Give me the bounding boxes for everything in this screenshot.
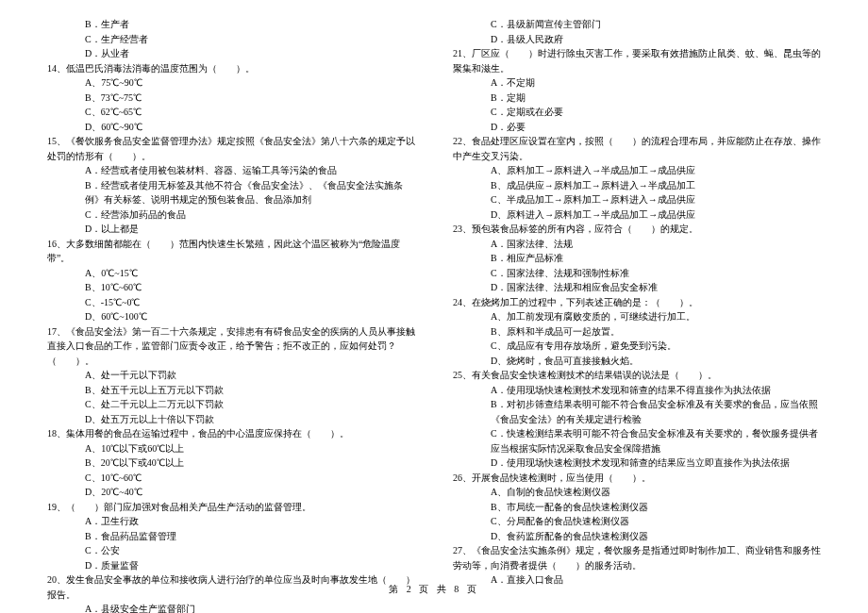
option-line: D．县级人民政府 (453, 32, 821, 47)
option-line: C、分局配备的食品快速检测仪器 (453, 514, 821, 529)
option-line: A．使用现场快速检测技术发现和筛查的结果不得直接作为执法依据 (453, 383, 821, 398)
option-line: B、成品供应→原料加工→原料进入→半成品加工 (453, 178, 821, 193)
option-line: C．生产经营者 (47, 32, 415, 47)
option-line: C．国家法律、法规和强制性标准 (453, 266, 821, 281)
question-line: 19、（ ）部门应加强对食品相关产品生产活动的监督管理。 (47, 500, 415, 515)
question-line: 26、开展食品快速检测时，应当使用（ ）。 (453, 471, 821, 486)
option-line: C．县级新闻宣传主管部门 (453, 17, 821, 32)
option-line: C．公安 (47, 543, 415, 558)
option-line: A．国家法律、法规 (453, 237, 821, 252)
option-line: A、处一千元以下罚款 (47, 368, 415, 383)
option-line: B、市局统一配备的食品快速检测仪器 (453, 500, 821, 515)
option-line: B、10℃~60℃ (47, 280, 415, 295)
option-line: D、20℃~40℃ (47, 485, 415, 500)
question-line: 21、厂区应（ ）时进行除虫灭害工作，要采取有效措施防止鼠类、蚊、蝇、昆虫等的聚… (453, 46, 821, 75)
option-line: D、原料进入→原料加工→半成品加工→成品供应 (453, 207, 821, 223)
option-line: D、60℃~90℃ (47, 120, 415, 135)
option-line: A、10℃以下或60℃以上 (47, 441, 415, 456)
option-line: A、自制的食品快速检测仪器 (453, 485, 821, 500)
option-line: D．从业者 (47, 46, 415, 61)
option-line: B．对初步筛查结果表明可能不符合食品安全标准及有关要求的食品，应当依照《食品安全… (453, 397, 821, 426)
question-line: 23、预包装食品标签的所有内容，应符合（ ）的规定。 (453, 222, 821, 237)
left-column: B．生产者C．生产经营者D．从业者14、低温巴氏消毒法消毒的温度范围为（ ）。A… (47, 17, 415, 613)
option-line: C．快速检测结果表明可能不符合食品安全标准及有关要求的，餐饮服务提供者应当根据实… (453, 426, 821, 456)
option-line: A、0℃~15℃ (47, 266, 415, 281)
option-line: A．不定期 (453, 75, 821, 91)
option-line: C．定期或在必要 (453, 105, 821, 120)
question-line: 16、大多数细菌都能在（ ）范围内快速生长繁殖，因此这个温区被称为“危险温度带”… (47, 237, 415, 266)
option-line: D、60℃~100℃ (47, 309, 415, 324)
option-line: B、73℃~75℃ (47, 91, 415, 106)
question-line: 24、在烧烤加工的过程中，下列表述正确的是：（ ）。 (453, 295, 821, 310)
option-line: B．食品药品监督管理 (47, 529, 415, 544)
question-line: 25、有关食品安全快速检测技术的结果错误的说法是（ ）。 (453, 368, 821, 383)
option-line: A、原料加工→原料进入→半成品加工→成品供应 (453, 163, 821, 178)
option-line: B．定期 (453, 91, 821, 106)
option-line: C、10℃~60℃ (47, 471, 415, 486)
option-line: D、处五万元以上十倍以下罚款 (47, 412, 415, 427)
question-line: 27、《食品安全法实施条例》规定，餐饮服务是指通过即时制作加工、商业销售和服务性… (453, 543, 821, 572)
option-line: B、20℃以下或40℃以上 (47, 456, 415, 471)
option-line: D．以上都是 (47, 222, 415, 237)
option-line: C、处二千元以上二万元以下罚款 (47, 397, 415, 412)
option-line: D、食药监所配备的食品快速检测仪器 (453, 529, 821, 544)
option-line: B、原料和半成品可一起放置。 (453, 324, 821, 340)
question-line: 22、食品处理区应设置在室内，按照（ ）的流程合理布局，并应能防止在存放、操作中… (453, 134, 821, 163)
option-line: A、加工前发现有腐败变质的，可继续进行加工。 (453, 309, 821, 324)
option-line: C、半成品加工→原料加工→原料进入→成品供应 (453, 192, 821, 207)
option-line: D．必要 (453, 120, 821, 135)
option-line: C、成品应有专用存放场所，避免受到污染。 (453, 339, 821, 354)
option-line: D．使用现场快速检测技术发现和筛查的结果应当立即直接作为执法依据 (453, 456, 821, 471)
question-line: 14、低温巴氏消毒法消毒的温度范围为（ ）。 (47, 61, 415, 76)
option-line: A．经营或者使用被包装材料、容器、运输工具等污染的食品 (47, 163, 415, 178)
option-line: A．卫生行政 (47, 514, 415, 529)
option-line: C、-15℃~0℃ (47, 295, 415, 310)
right-column: C．县级新闻宣传主管部门D．县级人民政府21、厂区应（ ）时进行除虫灭害工作，要… (453, 17, 821, 613)
page-columns: B．生产者C．生产经营者D．从业者14、低温巴氏消毒法消毒的温度范围为（ ）。A… (47, 17, 821, 613)
option-line: D．国家法律、法规和相应食品安全标准 (453, 280, 821, 295)
option-line: D．质量监督 (47, 558, 415, 573)
option-line: B、处五千元以上五万元以下罚款 (47, 383, 415, 398)
option-line: B．生产者 (47, 17, 415, 32)
page-footer: 第 2 页 共 8 页 (0, 582, 868, 597)
option-line: A．县级安全生产监督部门 (47, 602, 415, 613)
question-line: 15、《餐饮服务食品安全监督管理办法》规定按照《食品安全法》第八十六条的规定予以… (47, 134, 415, 163)
option-line: C、62℃~65℃ (47, 105, 415, 120)
option-line: A、75℃~90℃ (47, 75, 415, 91)
question-line: 18、集体用餐的食品在运输过程中，食品的中心温度应保持在（ ）。 (47, 426, 415, 441)
question-line: 17、《食品安全法》第一百二十六条规定，安排患有有碍食品安全的疾病的人员从事接触… (47, 324, 415, 369)
option-line: B．相应产品标准 (453, 251, 821, 266)
option-line: C．经营添加药品的食品 (47, 207, 415, 223)
option-line: D、烧烤时，食品可直接接触火焰。 (453, 354, 821, 369)
option-line: B．经营或者使用无标签及其他不符合《食品安全法》、《食品安全法实施条例》有关标签… (47, 178, 415, 207)
